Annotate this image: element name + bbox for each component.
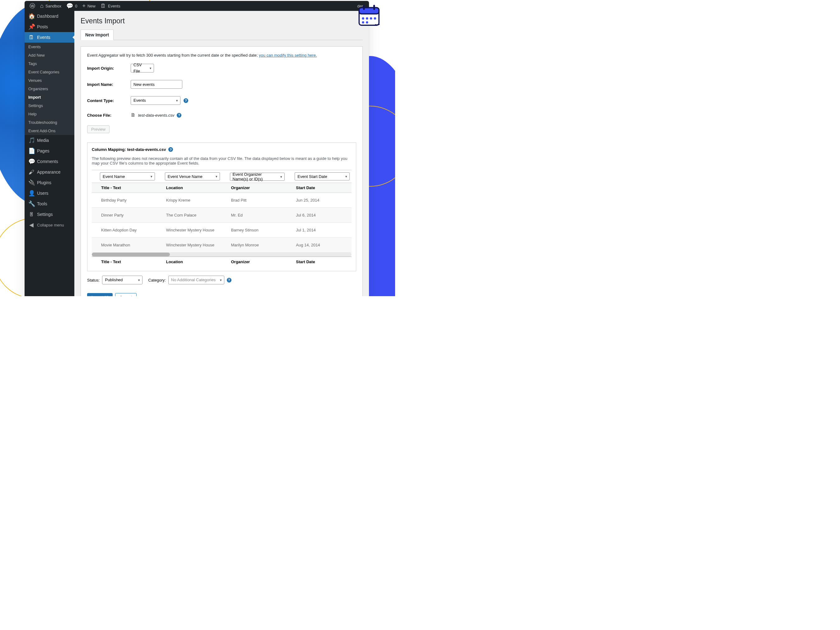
import-all-button[interactable]: Import All: [87, 293, 113, 296]
site-name-text: Sandbox: [46, 4, 61, 8]
svg-point-9: [366, 21, 368, 23]
table-cell: Movie Marathon: [92, 238, 157, 253]
user-icon: 👤: [28, 190, 35, 196]
new-content-link[interactable]: +New: [80, 1, 98, 11]
menu-pages[interactable]: 📄Pages: [25, 145, 74, 156]
submenu-item[interactable]: Tags: [25, 59, 74, 68]
submenu-item[interactable]: Venues: [25, 76, 74, 85]
status-label: Status:: [87, 278, 99, 283]
cancel-button[interactable]: Cancel: [115, 293, 136, 296]
submenu-item[interactable]: Events: [25, 43, 74, 51]
menu-tools[interactable]: 🔧Tools: [25, 199, 74, 209]
table-cell: Brad Pitt: [222, 193, 287, 208]
calendar-icon: 🗓: [101, 3, 106, 9]
content-type-label: Content Type:: [87, 98, 128, 103]
preview-button[interactable]: Preview: [87, 125, 109, 133]
table-cell: Kitten Adoption Day: [92, 223, 157, 238]
main-content: Events Import New Import Event Aggregato…: [74, 11, 369, 296]
table-cell: Jun 25, 2014: [287, 193, 352, 208]
submenu-item[interactable]: Settings: [25, 101, 74, 110]
mapping-heading: Column Mapping: test-data-events.csv ?: [92, 147, 352, 152]
collapse-icon: ◀: [28, 222, 35, 228]
svg-point-5: [366, 17, 368, 20]
slider-icon: 🎚: [28, 212, 35, 217]
import-name-input[interactable]: [131, 80, 182, 88]
table-row: Dinner PartyThe Corn PalaceMr. EdJul 6, …: [92, 208, 352, 223]
category-select[interactable]: No Additional Categories: [168, 276, 224, 284]
site-name-link[interactable]: ⌂Sandbox: [38, 1, 64, 11]
column-map-select[interactable]: Event Name: [100, 172, 155, 180]
column-map-select[interactable]: Event Start Date: [295, 172, 350, 180]
svg-point-6: [370, 17, 372, 20]
media-icon: 🎵: [28, 137, 35, 143]
help-icon[interactable]: ?: [227, 278, 232, 283]
submenu-item[interactable]: Help: [25, 110, 74, 118]
menu-comments[interactable]: 💬Comments: [25, 156, 74, 167]
import-panel: Event Aggregator will try to fetch 300 e…: [81, 46, 363, 296]
menu-media[interactable]: 🎵Media: [25, 135, 74, 145]
help-icon[interactable]: ?: [183, 98, 188, 103]
table-cell: Aug 14, 2014: [287, 238, 352, 253]
intro-text: Event Aggregator will try to fetch 300 e…: [87, 53, 356, 58]
table-cell: Barney Stinson: [222, 223, 287, 238]
help-icon[interactable]: ?: [177, 113, 182, 118]
menu-posts[interactable]: 📌Posts: [25, 22, 74, 32]
plus-icon: +: [82, 3, 85, 9]
column-label: Organizer: [222, 183, 287, 193]
column-label: Location: [157, 183, 222, 193]
tab-new-import[interactable]: New Import: [81, 30, 114, 40]
events-label: Events: [108, 4, 120, 8]
events-admin-link[interactable]: 🗓Events: [98, 1, 123, 11]
submenu-item[interactable]: Event Add-Ons: [25, 126, 74, 135]
content-type-select[interactable]: Events: [131, 96, 180, 105]
table-cell: Jul 1, 2014: [287, 223, 352, 238]
import-origin-select[interactable]: CSV File: [131, 64, 154, 73]
column-label: Start Date: [287, 183, 352, 193]
submenu-item[interactable]: Troubleshooting: [25, 118, 74, 126]
pin-icon: 📌: [28, 24, 35, 30]
svg-rect-2: [363, 5, 365, 9]
column-map-select[interactable]: Event Venue Name: [165, 172, 220, 180]
wp-logo-icon[interactable]: ⓦ: [27, 1, 38, 11]
svg-point-4: [362, 17, 364, 20]
submenu-item[interactable]: Import: [25, 93, 74, 101]
table-cell: Dinner Party: [92, 208, 157, 223]
calendar-icon: 🗓: [28, 35, 35, 40]
comment-icon: 💬: [66, 3, 73, 9]
plug-icon: 🔌: [28, 180, 35, 185]
collapse-menu[interactable]: ◀Collapse menu: [25, 219, 74, 230]
table-cell: Marilyn Monroe: [222, 238, 287, 253]
events-submenu: EventsAdd NewTagsEvent CategoriesVenuesO…: [25, 43, 74, 135]
menu-events[interactable]: 🗓Events: [25, 32, 74, 43]
calendar-decor-icon: [357, 3, 383, 28]
submenu-item[interactable]: Event Categories: [25, 68, 74, 76]
wrench-icon: 🔧: [28, 201, 35, 207]
table-cell: Birthday Party: [92, 193, 157, 208]
category-label: Category:: [148, 278, 166, 283]
column-map-select[interactable]: Event Organizer Name(s) or ID(s): [230, 173, 285, 181]
selected-file-name: test-data-events.csv: [138, 113, 174, 118]
admin-sidebar: 🏠Dashboard 📌Posts 🗓Events EventsAdd NewT…: [25, 11, 74, 296]
import-origin-label: Import Origin:: [87, 66, 128, 71]
svg-rect-3: [373, 5, 375, 9]
submenu-item[interactable]: Add New: [25, 51, 74, 59]
menu-users[interactable]: 👤Users: [25, 188, 74, 199]
menu-dashboard[interactable]: 🏠Dashboard: [25, 11, 74, 22]
dashboard-icon: 🏠: [28, 13, 35, 19]
comments-link[interactable]: 💬0: [64, 1, 80, 11]
modify-setting-link[interactable]: you can modify this setting here.: [259, 53, 317, 58]
table-horizontal-scrollbar[interactable]: [92, 253, 352, 256]
menu-settings[interactable]: 🎚Settings: [25, 209, 74, 219]
column-label: Location: [157, 257, 222, 267]
submenu-item[interactable]: Organizers: [25, 85, 74, 93]
column-mapping-section: Column Mapping: test-data-events.csv ? T…: [87, 142, 356, 271]
column-label: Title - Text: [92, 183, 157, 193]
help-icon[interactable]: ?: [168, 147, 173, 152]
mapping-description: The following preview does not necessari…: [92, 156, 352, 166]
comment-count: 0: [75, 4, 77, 8]
table-cell: Mr. Ed: [222, 208, 287, 223]
admin-bar: ⓦ ⌂Sandbox 💬0 +New 🗓Events den: [25, 1, 369, 11]
menu-plugins[interactable]: 🔌Plugins: [25, 177, 74, 188]
menu-appearance[interactable]: 🖌Appearance: [25, 167, 74, 177]
status-select[interactable]: Published: [102, 276, 142, 284]
